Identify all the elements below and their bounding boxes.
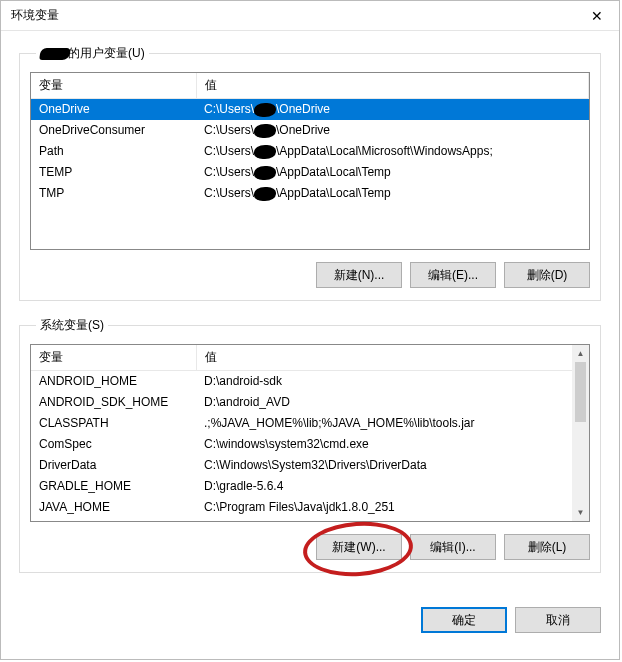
- var-name: CLASSPATH: [31, 413, 196, 434]
- var-name: OneDrive: [31, 99, 196, 120]
- var-name: ANDROID_HOME: [31, 371, 196, 392]
- ok-button[interactable]: 确定: [421, 607, 507, 633]
- table-row[interactable]: JAVA_HOMEC:\Program Files\Java\jdk1.8.0_…: [31, 497, 589, 518]
- var-name: TEMP: [31, 162, 196, 183]
- var-value: C:\Users\\AppData\Local\Microsoft\Window…: [196, 141, 589, 162]
- table-row[interactable]: GRADLE_HOMED:\gradle-5.6.4: [31, 476, 589, 497]
- window-title: 环境变量: [11, 7, 59, 24]
- col-value[interactable]: 值: [196, 345, 589, 371]
- dialog-content: 的用户变量(U) 变量 值 OneDriveC:\Users\\OneDrive…: [1, 31, 619, 599]
- var-value: C:\Users\\OneDrive: [196, 99, 589, 120]
- var-value: C:\Windows\System32\Drivers\DriverData: [196, 455, 589, 476]
- var-value: C:\windows\system32\cmd.exe: [196, 434, 589, 455]
- user-vars-group: 的用户变量(U) 变量 值 OneDriveC:\Users\\OneDrive…: [19, 45, 601, 301]
- user-new-button[interactable]: 新建(N)...: [316, 262, 402, 288]
- cancel-button[interactable]: 取消: [515, 607, 601, 633]
- redacted-icon: [254, 166, 276, 180]
- user-vars-buttons: 新建(N)... 编辑(E)... 删除(D): [30, 262, 590, 288]
- col-variable[interactable]: 变量: [31, 73, 196, 99]
- var-name: OneDriveConsumer: [31, 120, 196, 141]
- var-name: TMP: [31, 183, 196, 204]
- table-row[interactable]: OneDriveC:\Users\\OneDrive: [31, 99, 589, 120]
- scroll-thumb[interactable]: [575, 362, 586, 422]
- table-row[interactable]: ANDROID_SDK_HOMED:\android_AVD: [31, 392, 589, 413]
- var-name: DriverData: [31, 455, 196, 476]
- system-vars-group: 系统变量(S) 变量 值 ANDROID_HOMED:\android-sdkA…: [19, 317, 601, 573]
- system-delete-button[interactable]: 删除(L): [504, 534, 590, 560]
- var-name: JAVA_HOME: [31, 497, 196, 518]
- titlebar: 环境变量 ✕: [1, 1, 619, 31]
- close-button[interactable]: ✕: [574, 1, 619, 31]
- user-vars-legend: 的用户变量(U): [36, 45, 149, 62]
- table-row[interactable]: PathC:\Users\\AppData\Local\Microsoft\Wi…: [31, 141, 589, 162]
- var-value: D:\android_AVD: [196, 392, 589, 413]
- scroll-up-icon[interactable]: ▲: [572, 345, 589, 362]
- var-value: C:\Program Files\Java\jdk1.8.0_251: [196, 497, 589, 518]
- env-vars-dialog: 环境变量 ✕ 的用户变量(U) 变量 值 OneDriveC:\Users\\O…: [0, 0, 620, 660]
- user-edit-button[interactable]: 编辑(E)...: [410, 262, 496, 288]
- system-edit-button[interactable]: 编辑(I)...: [410, 534, 496, 560]
- table-row[interactable]: DriverDataC:\Windows\System32\Drivers\Dr…: [31, 455, 589, 476]
- var-name: GRADLE_HOME: [31, 476, 196, 497]
- var-name: ANDROID_SDK_HOME: [31, 392, 196, 413]
- table-row[interactable]: ANDROID_HOMED:\android-sdk: [31, 371, 589, 392]
- dialog-footer: 确定 取消: [1, 599, 619, 647]
- var-value: C:\Users\\OneDrive: [196, 120, 589, 141]
- user-vars-table[interactable]: 变量 值 OneDriveC:\Users\\OneDriveOneDriveC…: [31, 73, 589, 204]
- table-row[interactable]: TEMPC:\Users\\AppData\Local\Temp: [31, 162, 589, 183]
- var-value: C:\Users\\AppData\Local\Temp: [196, 162, 589, 183]
- var-value: D:\gradle-5.6.4: [196, 476, 589, 497]
- col-value[interactable]: 值: [196, 73, 589, 99]
- table-row[interactable]: TMPC:\Users\\AppData\Local\Temp: [31, 183, 589, 204]
- scroll-down-icon[interactable]: ▼: [572, 504, 589, 521]
- table-row[interactable]: OneDriveConsumerC:\Users\\OneDrive: [31, 120, 589, 141]
- close-icon: ✕: [591, 8, 603, 24]
- system-vars-buttons: 新建(W)... 编辑(I)... 删除(L): [30, 534, 590, 560]
- redacted-icon: [254, 124, 276, 138]
- col-variable[interactable]: 变量: [31, 345, 196, 371]
- var-value: C:\Users\\AppData\Local\Temp: [196, 183, 589, 204]
- scrollbar[interactable]: ▲ ▼: [572, 345, 589, 521]
- system-vars-legend: 系统变量(S): [36, 317, 108, 334]
- var-value: .;%JAVA_HOME%\lib;%JAVA_HOME%\lib\tools.…: [196, 413, 589, 434]
- table-row[interactable]: CLASSPATH.;%JAVA_HOME%\lib;%JAVA_HOME%\l…: [31, 413, 589, 434]
- var-name: ComSpec: [31, 434, 196, 455]
- var-value: D:\android-sdk: [196, 371, 589, 392]
- table-row[interactable]: ComSpecC:\windows\system32\cmd.exe: [31, 434, 589, 455]
- redacted-icon: [254, 187, 276, 201]
- user-vars-table-wrap: 变量 值 OneDriveC:\Users\\OneDriveOneDriveC…: [30, 72, 590, 250]
- redacted-icon: [254, 145, 276, 159]
- var-name: Path: [31, 141, 196, 162]
- system-vars-table-wrap: 变量 值 ANDROID_HOMED:\android-sdkANDROID_S…: [30, 344, 590, 522]
- redacted-username-icon: [39, 48, 71, 60]
- user-delete-button[interactable]: 删除(D): [504, 262, 590, 288]
- system-new-button[interactable]: 新建(W)...: [316, 534, 402, 560]
- system-vars-table[interactable]: 变量 值 ANDROID_HOMED:\android-sdkANDROID_S…: [31, 345, 589, 518]
- redacted-icon: [254, 103, 276, 117]
